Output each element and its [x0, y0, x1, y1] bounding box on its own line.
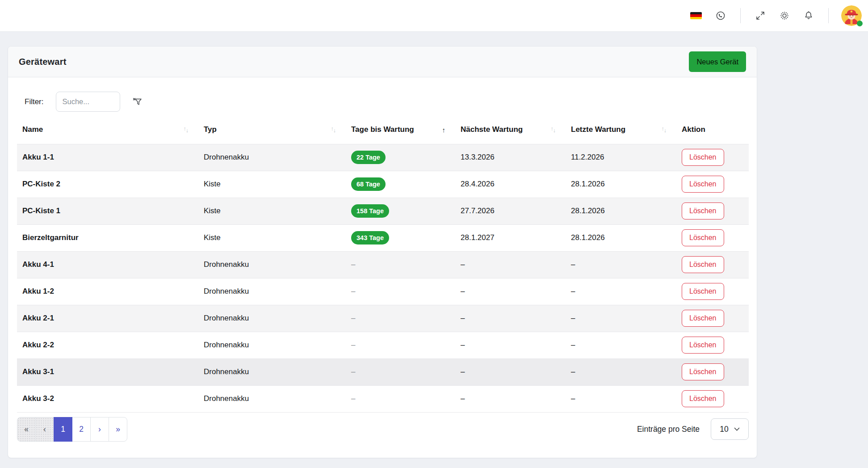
brightness-sun-icon[interactable]: [779, 10, 790, 21]
cell-name: Akku 2-1: [17, 305, 198, 332]
top-navbar: [0, 0, 868, 32]
pagination-next-page[interactable]: ›: [90, 417, 109, 442]
cell-last-maintenance: 28.1.2026: [566, 198, 676, 224]
delete-button[interactable]: Löschen: [682, 229, 724, 246]
pagination-page-1[interactable]: 1: [54, 417, 72, 442]
sort-ascending-icon[interactable]: ↑: [442, 126, 446, 133]
filter-row: Filter:: [25, 92, 748, 112]
pagination-previous-page: ‹: [35, 417, 54, 442]
maintenance-days-empty: –: [351, 394, 355, 403]
cell-last-maintenance: 28.1.2026: [566, 171, 676, 198]
cell-last-maintenance: 28.1.2026: [566, 224, 676, 251]
chevron-down-icon: [734, 427, 740, 431]
cell-next-maintenance: –: [455, 251, 566, 278]
column-header-label: Tage bis Wartung: [351, 125, 414, 134]
column-header[interactable]: Tage bis Wartung ↑: [346, 125, 455, 144]
cell-typ: Kiste: [198, 224, 346, 251]
cell-next-maintenance: –: [455, 332, 566, 358]
cell-typ: Kiste: [198, 171, 346, 198]
maintenance-days-empty: –: [351, 260, 355, 269]
search-input[interactable]: [56, 92, 120, 112]
device-manager-card: Gerätewart Neues Gerät Filter: N: [8, 46, 757, 458]
navbar-divider: [740, 8, 741, 23]
column-header-label: Nächste Wartung: [461, 125, 523, 134]
card-header: Gerätewart Neues Gerät: [8, 46, 757, 77]
pagination-first-page: «: [17, 417, 36, 442]
column-header-label: Name: [22, 125, 43, 134]
per-page-label: Einträge pro Seite: [637, 425, 700, 434]
delete-button[interactable]: Löschen: [682, 202, 724, 219]
column-header[interactable]: Aktion: [676, 125, 749, 144]
column-header[interactable]: Typ ↑↓: [198, 125, 346, 144]
new-device-button[interactable]: Neues Gerät: [689, 51, 746, 72]
cell-typ: Drohnenakku: [198, 144, 346, 171]
table-row: PC-Kiste 1 Kiste 158 Tage 27.7.2026 28.1…: [17, 198, 749, 224]
delete-button[interactable]: Löschen: [682, 310, 724, 327]
cell-typ: Drohnenakku: [198, 278, 346, 305]
table-row: Akku 1-2 Drohnenakku – – – Löschen: [17, 278, 749, 305]
table-row: Akku 3-1 Drohnenakku – – – Löschen: [17, 358, 749, 385]
cell-next-maintenance: –: [455, 358, 566, 385]
column-header-label: Letzte Wartung: [571, 125, 625, 134]
cell-typ: Drohnenakku: [198, 385, 346, 412]
table-footer: «‹12›» Einträge pro Seite 10: [17, 417, 749, 442]
cell-last-maintenance: –: [566, 385, 676, 412]
main-content: Gerätewart Neues Gerät Filter: N: [0, 46, 868, 458]
maintenance-days-empty: –: [351, 314, 355, 322]
cell-last-maintenance: –: [566, 251, 676, 278]
cell-name: PC-Kiste 2: [17, 171, 198, 198]
filter-clear-icon[interactable]: [132, 97, 143, 107]
cell-typ: Kiste: [198, 198, 346, 224]
cell-name: Akku 1-2: [17, 278, 198, 305]
delete-button[interactable]: Löschen: [682, 363, 724, 380]
column-header[interactable]: Letzte Wartung ↑↓: [566, 125, 676, 144]
maintenance-days-badge: 158 Tage: [351, 204, 389, 218]
language-flag-german[interactable]: [690, 12, 702, 19]
cell-typ: Drohnenakku: [198, 251, 346, 278]
per-page-value: 10: [720, 425, 728, 434]
sort-icon[interactable]: ↑↓: [184, 127, 189, 133]
sort-icon[interactable]: ↑↓: [331, 127, 336, 133]
maintenance-days-empty: –: [351, 341, 355, 349]
column-header-label: Aktion: [682, 125, 705, 134]
maintenance-days-badge: 68 Tage: [351, 177, 386, 191]
delete-button[interactable]: Löschen: [682, 149, 724, 166]
cell-last-maintenance: –: [566, 305, 676, 332]
column-header[interactable]: Name ↑↓: [17, 125, 198, 144]
cell-next-maintenance: –: [455, 385, 566, 412]
card-body: Filter: Name ↑↓ Typ ↑↓: [8, 77, 757, 458]
cell-name: Bierzeltgarnitur: [17, 224, 198, 251]
filter-label: Filter:: [25, 97, 44, 106]
column-header-label: Typ: [204, 125, 217, 134]
table-row: Akku 1-1 Drohnenakku 22 Tage 13.3.2026 1…: [17, 144, 749, 171]
pagination-page-2[interactable]: 2: [72, 417, 91, 442]
navbar-divider: [828, 8, 829, 23]
table-row: Akku 2-1 Drohnenakku – – – Löschen: [17, 305, 749, 332]
maintenance-days-badge: 343 Tage: [351, 231, 389, 245]
cell-next-maintenance: 28.4.2026: [455, 171, 566, 198]
per-page-select[interactable]: 10: [711, 418, 749, 440]
notifications-bell-icon[interactable]: [803, 10, 814, 21]
delete-button[interactable]: Löschen: [682, 176, 724, 193]
expand-fullscreen-icon[interactable]: [755, 10, 766, 21]
cell-next-maintenance: 27.7.2026: [455, 198, 566, 224]
column-header[interactable]: Nächste Wartung ↑↓: [455, 125, 566, 144]
cell-typ: Drohnenakku: [198, 332, 346, 358]
sort-icon[interactable]: ↑↓: [662, 127, 667, 133]
whatsapp-icon[interactable]: [715, 10, 726, 21]
sort-icon[interactable]: ↑↓: [551, 127, 556, 133]
user-avatar[interactable]: [841, 5, 862, 26]
per-page-control: Einträge pro Seite 10: [637, 418, 749, 440]
cell-next-maintenance: –: [455, 278, 566, 305]
table-header-row: Name ↑↓ Typ ↑↓ Tage bis Wartung ↑ Nächst…: [17, 125, 749, 144]
cell-typ: Drohnenakku: [198, 358, 346, 385]
table-row: Bierzeltgarnitur Kiste 343 Tage 28.1.202…: [17, 224, 749, 251]
pagination-last-page[interactable]: »: [109, 417, 127, 442]
delete-button[interactable]: Löschen: [682, 283, 724, 300]
delete-button[interactable]: Löschen: [682, 256, 724, 273]
cell-last-maintenance: –: [566, 358, 676, 385]
cell-typ: Drohnenakku: [198, 305, 346, 332]
delete-button[interactable]: Löschen: [682, 390, 724, 407]
delete-button[interactable]: Löschen: [682, 337, 724, 354]
maintenance-days-badge: 22 Tage: [351, 151, 386, 164]
